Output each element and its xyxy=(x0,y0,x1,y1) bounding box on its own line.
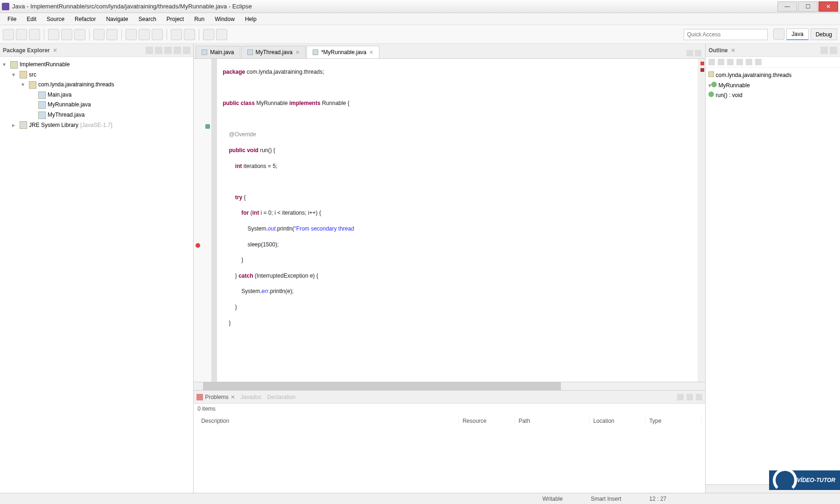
collapse-all-icon[interactable] xyxy=(146,47,153,54)
maximize-editor-icon[interactable] xyxy=(695,50,701,56)
close-tab-icon[interactable]: ✕ xyxy=(369,49,373,56)
quick-access-input[interactable] xyxy=(684,29,768,40)
separator xyxy=(89,29,90,40)
menu-refactor[interactable]: Refactor xyxy=(70,14,100,24)
menu-help[interactable]: Help xyxy=(240,14,261,24)
editor-ruler xyxy=(194,59,217,382)
declaration-tab[interactable]: Declaration xyxy=(267,394,296,400)
error-marker-icon[interactable] xyxy=(196,243,200,248)
jre-library-node[interactable]: ▸JRE System Library [JavaSE-1.7] xyxy=(3,120,190,131)
horizontal-scrollbar[interactable] xyxy=(194,382,705,390)
save-all-icon[interactable] xyxy=(29,29,40,40)
nav-fwd-icon[interactable] xyxy=(216,29,227,40)
toggle-icon[interactable] xyxy=(171,29,182,40)
col-type[interactable]: Type xyxy=(645,416,701,426)
package-node[interactable]: ▾com.lynda.javatraining.threads xyxy=(3,80,190,90)
new-class-icon[interactable] xyxy=(106,29,118,40)
hide-local-icon[interactable] xyxy=(746,59,752,65)
minimize-editor-icon[interactable] xyxy=(686,50,693,56)
col-resource[interactable]: Resource xyxy=(459,416,515,426)
close-view-icon[interactable]: ✕ xyxy=(53,47,57,54)
outline-header: Outline ✕ xyxy=(706,44,840,57)
problems-columns: Description Resource Path Location Type xyxy=(194,414,705,428)
separator xyxy=(199,29,199,40)
outline-class[interactable]: ▾ MyRunnable xyxy=(708,81,837,91)
new-package-icon[interactable] xyxy=(93,29,105,40)
annotate-icon[interactable] xyxy=(152,29,163,40)
editor-tabs: Main.java MyThread.java✕ *MyRunnable.jav… xyxy=(194,44,705,59)
focus-icon[interactable] xyxy=(755,59,762,65)
menu-search[interactable]: Search xyxy=(134,14,161,24)
package-tree: ▾ImplementRunnable ▾src ▾com.lynda.javat… xyxy=(0,57,193,133)
menu-navigate[interactable]: Navigate xyxy=(101,14,133,24)
separator xyxy=(121,29,122,40)
minimize-button[interactable]: — xyxy=(777,1,797,12)
minimize-view-icon[interactable] xyxy=(174,47,181,54)
close-view-icon[interactable]: ✕ xyxy=(731,47,735,54)
perspective-java[interactable]: Java xyxy=(786,28,808,40)
view-menu-icon[interactable] xyxy=(677,394,684,400)
new-icon[interactable] xyxy=(3,29,14,40)
window-title: Java - ImplementRunnable/src/com/lynda/j… xyxy=(12,3,777,10)
minimize-view-icon[interactable] xyxy=(820,47,828,54)
col-description[interactable]: Description xyxy=(197,416,459,426)
save-icon[interactable] xyxy=(16,29,27,40)
pin-icon[interactable] xyxy=(184,29,195,40)
nav-back-icon[interactable] xyxy=(203,29,214,40)
file-node[interactable]: MyThread.java xyxy=(3,110,190,120)
eclipse-icon xyxy=(2,3,9,10)
file-node[interactable]: MyRunnable.java xyxy=(3,100,190,110)
menu-run[interactable]: Run xyxy=(189,14,209,24)
code-editor[interactable]: package com.lynda.javatraining.threads; … xyxy=(194,59,705,382)
error-overview-icon[interactable] xyxy=(700,68,704,72)
src-folder-node[interactable]: ▾src xyxy=(3,70,190,80)
package-explorer-title: Package Explorer xyxy=(3,47,50,54)
minimize-panel-icon[interactable] xyxy=(686,394,693,400)
close-button[interactable]: ✕ xyxy=(819,1,838,12)
outline-method[interactable]: run() : void xyxy=(708,91,837,101)
view-menu-icon[interactable] xyxy=(164,47,172,54)
menu-edit[interactable]: Edit xyxy=(22,14,41,24)
sort-icon[interactable] xyxy=(708,59,715,65)
maximize-button[interactable]: ☐ xyxy=(798,1,818,12)
file-node[interactable]: Main.java xyxy=(3,90,190,100)
col-location[interactable]: Location xyxy=(589,416,645,426)
hide-static-icon[interactable] xyxy=(727,59,734,65)
perspective-debug[interactable]: Debug xyxy=(811,28,837,40)
editor-tab[interactable]: Main.java xyxy=(196,46,240,58)
hide-nonpublic-icon[interactable] xyxy=(736,59,743,65)
menu-source[interactable]: Source xyxy=(42,14,69,24)
col-path[interactable]: Path xyxy=(515,416,589,426)
ext-tools-icon[interactable] xyxy=(74,29,85,40)
open-type-icon[interactable] xyxy=(126,29,137,40)
overview-ruler[interactable] xyxy=(698,59,705,382)
maximize-panel-icon[interactable] xyxy=(696,394,702,400)
run-icon[interactable] xyxy=(61,29,72,40)
menu-project[interactable]: Project xyxy=(162,14,189,24)
perspective-switcher: Java Debug xyxy=(773,28,837,40)
open-perspective-icon[interactable] xyxy=(773,28,784,40)
problems-tab[interactable]: Problems✕ xyxy=(196,394,235,400)
search-icon[interactable] xyxy=(139,29,150,40)
menu-window[interactable]: Window xyxy=(210,14,239,24)
code-content[interactable]: package com.lynda.javatraining.threads; … xyxy=(217,59,698,382)
status-writable: Writable xyxy=(542,496,563,502)
outline-tree: com.lynda.javatraining.threads ▾ MyRunna… xyxy=(706,68,840,104)
maximize-view-icon[interactable] xyxy=(830,47,837,54)
close-tab-icon[interactable]: ✕ xyxy=(295,49,300,56)
error-overview-icon[interactable] xyxy=(700,62,704,65)
editor-tab-active[interactable]: *MyRunnable.java✕ xyxy=(307,46,379,58)
bottom-panel: Problems✕ Javadoc Declaration 0 items De… xyxy=(194,390,705,493)
override-marker-icon[interactable] xyxy=(205,124,210,129)
outline-package[interactable]: com.lynda.javatraining.threads xyxy=(708,70,837,81)
package-explorer-header: Package Explorer ✕ xyxy=(0,44,193,57)
link-editor-icon[interactable] xyxy=(155,47,162,54)
javadoc-tab[interactable]: Javadoc xyxy=(241,394,262,400)
debug-icon[interactable] xyxy=(48,29,59,40)
hide-fields-icon[interactable] xyxy=(718,59,724,65)
maximize-view-icon[interactable] xyxy=(183,47,190,54)
editor-tab[interactable]: MyThread.java✕ xyxy=(241,46,306,58)
outline-view: Outline ✕ com.lynda.javatraining.threads… xyxy=(705,44,840,493)
menu-file[interactable]: File xyxy=(3,14,21,24)
project-node[interactable]: ▾ImplementRunnable xyxy=(3,60,190,70)
